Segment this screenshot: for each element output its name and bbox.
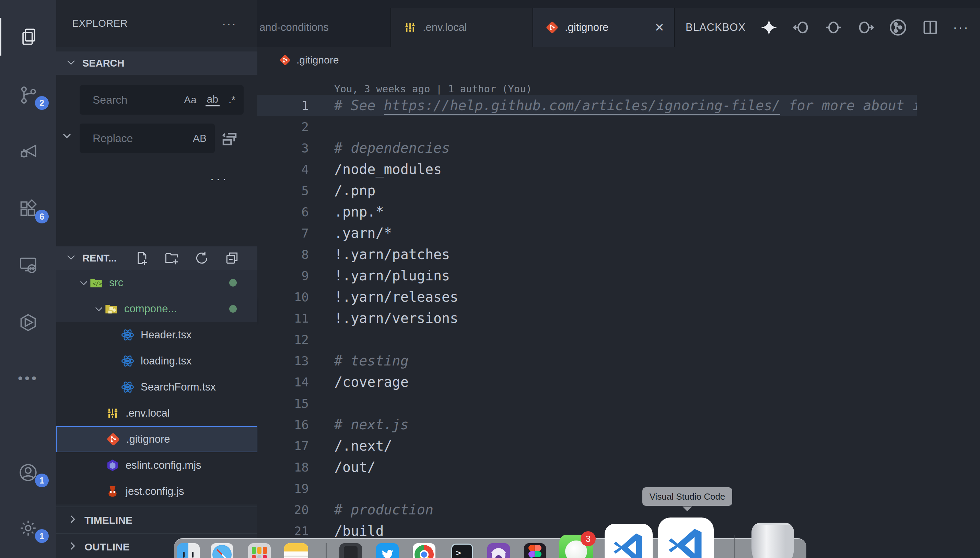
activity-item-settings[interactable]: 1 [0, 509, 56, 547]
dock-app-finder[interactable] [177, 543, 200, 558]
refresh-icon[interactable] [194, 251, 209, 266]
search-section-header[interactable]: SEARCH [56, 51, 257, 75]
nav-back-icon[interactable] [792, 18, 810, 36]
code-line-17[interactable]: 17/.next/ [257, 435, 917, 456]
explorer-more-icon[interactable]: ··· [222, 17, 237, 30]
line-number: 9 [257, 269, 309, 283]
activity-item-source-control[interactable]: 2 [0, 76, 56, 114]
code-line-12[interactable]: 12 [257, 329, 917, 350]
search-more-icon[interactable]: ··· [210, 172, 229, 186]
code-line-7[interactable]: 7.yarn/* [257, 222, 917, 244]
activity-item-run-debug[interactable] [0, 131, 56, 169]
tree-item-label: .gitignore [126, 433, 170, 445]
tree-item-label: compone... [124, 303, 177, 315]
code-line-15[interactable]: 15 [257, 392, 917, 414]
code-line-14[interactable]: 14/coverage [257, 371, 917, 392]
tree-item-eslint-config-mjs[interactable]: eslint.config.mjs [56, 452, 257, 478]
line-number: 6 [257, 205, 309, 219]
breadcrumb[interactable]: .gitignore [257, 47, 980, 74]
new-folder-icon[interactable] [164, 251, 179, 266]
tree-item-loading-tsx[interactable]: loading.tsx [56, 348, 257, 374]
split-editor-icon[interactable] [921, 18, 939, 36]
more-actions-icon[interactable]: ··· [953, 20, 969, 34]
code-line-16[interactable]: 16# next.js [257, 414, 917, 435]
code-line-20[interactable]: 20# production [257, 499, 917, 520]
close-icon[interactable]: ✕ [655, 21, 665, 34]
sparkle-icon[interactable] [760, 18, 778, 36]
activity-item-extensions[interactable]: 6 [0, 190, 56, 228]
activity-item-explorer[interactable] [0, 18, 56, 56]
line-text: /node_modules [334, 161, 442, 177]
dock-app-terminal[interactable]: >_ [451, 543, 473, 558]
activity-item-remote-explorer[interactable] [0, 246, 56, 284]
tab-label: and-conditions [259, 21, 329, 34]
tree-item--gitignore[interactable]: .gitignore [56, 426, 257, 452]
tab-env-local[interactable]: .env.local [390, 8, 532, 47]
line-text: !.yarn/plugins [334, 268, 450, 284]
dock-app-twitter[interactable] [376, 543, 399, 558]
tree-item-searchform-tsx[interactable]: SearchForm.tsx [56, 374, 257, 400]
preserve-case-icon[interactable]: AB [193, 133, 206, 144]
line-number: 21 [257, 524, 309, 538]
replace-input[interactable]: Replace AB [80, 123, 215, 153]
code-line-5[interactable]: 5/.pnp [257, 180, 917, 201]
line-number: 3 [257, 141, 309, 155]
dock-app-vscode[interactable] [605, 524, 653, 558]
tree-item-jest-config-js[interactable]: jest.config.js [56, 478, 257, 504]
dock-app-figma[interactable] [524, 543, 546, 558]
line-text: # dependencies [334, 140, 450, 156]
code-line-2[interactable]: 2 [257, 116, 917, 137]
dock-app-trash[interactable] [751, 523, 794, 558]
git-graph-icon[interactable] [889, 18, 907, 36]
search-input[interactable]: Search Aa ab .* [80, 85, 244, 115]
code-line-8[interactable]: 8!.yarn/patches [257, 244, 917, 265]
blackbox-label[interactable]: BLACKBOX [686, 21, 746, 34]
link-text[interactable]: https://help.github.com/articles/ignorin… [384, 97, 781, 115]
dock-app-github-desktop[interactable] [487, 543, 510, 558]
replace-all-icon[interactable] [220, 129, 239, 149]
tree-item-src[interactable]: </>src [56, 270, 257, 296]
nav-current-icon[interactable] [824, 18, 842, 36]
tab-gitignore-active[interactable]: .gitignore ✕ [533, 8, 675, 47]
new-file-icon[interactable] [134, 251, 149, 266]
whole-word-icon[interactable]: ab [205, 94, 220, 107]
dock-app-vscode[interactable] [658, 517, 714, 558]
code-line-9[interactable]: 9!.yarn/plugins [257, 265, 917, 286]
badge: 2 [35, 96, 49, 110]
regex-icon[interactable]: .* [229, 94, 235, 106]
tree-item--env-local[interactable]: .env.local [56, 400, 257, 426]
dock-app-launchpad[interactable] [248, 543, 271, 558]
code-line-18[interactable]: 18/out/ [257, 456, 917, 478]
timeline-section-header[interactable]: TIMELINE [56, 507, 257, 533]
code-line-6[interactable]: 6.pnp.* [257, 201, 917, 222]
code-line-1[interactable]: 1# See https://help.github.com/articles/… [257, 95, 917, 116]
dock-app-notes[interactable] [284, 543, 308, 558]
dock-app-safari[interactable] [211, 543, 233, 558]
activity-item-account[interactable]: 1 [0, 454, 56, 491]
code-line-13[interactable]: 13# testing [257, 350, 917, 371]
tab-and-conditions[interactable]: and-conditions [257, 8, 390, 47]
code-line-11[interactable]: 11!.yarn/versions [257, 307, 917, 329]
line-text: /coverage [334, 374, 409, 390]
dock-app-calculator[interactable] [339, 543, 362, 558]
code-line-19[interactable]: 19 [257, 478, 917, 499]
chevron-down-icon [78, 277, 89, 288]
dock-app-chrome[interactable] [413, 543, 436, 558]
tree-item-header-tsx[interactable]: Header.tsx [56, 322, 257, 348]
files-section-header[interactable]: RENT... [56, 246, 257, 270]
file-tree: </>srccompone...Header.tsxloading.tsxSea… [56, 270, 257, 504]
dock-separator [734, 535, 735, 558]
match-case-icon[interactable]: Aa [184, 94, 197, 106]
code-area[interactable]: You, 3 weeks ago | 1 author (You) 1# See… [257, 74, 917, 558]
badge: 1 [35, 474, 49, 487]
tree-item-compone-[interactable]: compone... [56, 296, 257, 322]
collapse-all-icon[interactable] [225, 251, 239, 266]
activity-item-blackbox[interactable] [0, 304, 56, 341]
code-line-4[interactable]: 4/node_modules [257, 159, 917, 180]
code-line-3[interactable]: 3# dependencies [257, 137, 917, 159]
toggle-replace-icon[interactable] [61, 130, 73, 143]
activity-item-more[interactable]: ••• [0, 359, 56, 397]
nav-forward-icon[interactable] [857, 18, 875, 36]
breadcrumb-file: .gitignore [297, 54, 339, 66]
code-line-10[interactable]: 10!.yarn/releases [257, 286, 917, 307]
